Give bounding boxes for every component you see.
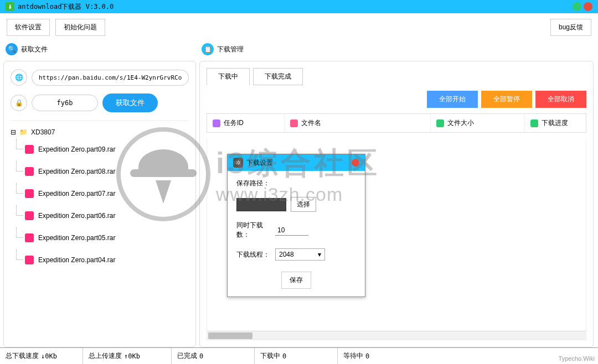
url-input[interactable]	[32, 70, 189, 86]
scrollbar-thumb[interactable]	[208, 332, 252, 339]
main-toolbar: 软件设置 初始化问题 bug反馈	[0, 13, 598, 41]
fetch-button[interactable]: 获取文件	[102, 93, 158, 112]
col-filesize: 文件大小	[447, 118, 474, 128]
task-id-icon	[213, 119, 220, 127]
start-all-button[interactable]: 全部开始	[427, 91, 478, 108]
search-icon: 🔍	[6, 43, 18, 55]
status-bar: 总下载速度 ↓0Kb 总上传速度 ↑0Kb 已完成 0 下载中 0 等待中 0	[0, 347, 598, 364]
file-tree: ⊟ 📁 XD3807 Expedition Zero.part09.rar Ex…	[11, 120, 189, 339]
settings-button[interactable]: 软件设置	[7, 19, 50, 36]
file-name: Expedition Zero.part05.rar	[38, 234, 115, 242]
status-down-value: ↓0Kb	[41, 352, 57, 360]
tree-item[interactable]: Expedition Zero.part06.rar	[25, 205, 189, 227]
threads-dropdown[interactable]: 2048 ▾	[275, 248, 325, 261]
minimize-icon[interactable]	[573, 2, 581, 11]
pause-all-button[interactable]: 全部暂停	[481, 91, 532, 108]
table-header: 任务ID 文件名 文件大小 下载进度	[207, 113, 586, 133]
file-icon	[25, 256, 34, 264]
init-button[interactable]: 初始化问题	[55, 19, 105, 36]
globe-icon: 🌐	[11, 69, 27, 86]
window-title: antdownload下载器 V:3.0.0	[18, 2, 114, 12]
status-up-label: 总上传速度	[89, 351, 122, 361]
status-up-value: ↑0Kb	[124, 352, 140, 360]
watermark-corner: Typecho.Wiki	[559, 355, 595, 362]
dialog-save-button[interactable]: 保存	[281, 272, 311, 289]
tree-item[interactable]: Expedition Zero.part04.rar	[25, 249, 189, 271]
gear-icon: ✲	[233, 158, 243, 168]
lock-icon: 🔒	[11, 95, 27, 111]
threads-label: 下载线程：	[236, 250, 271, 259]
status-done-value: 0	[199, 352, 203, 360]
app-icon: ⬇	[6, 2, 14, 11]
status-done-label: 已完成	[177, 351, 197, 361]
progress-icon	[530, 119, 538, 127]
code-input[interactable]	[32, 95, 98, 111]
tab-downloading[interactable]: 下载中	[207, 68, 250, 85]
tab-completed[interactable]: 下载完成	[253, 68, 303, 85]
file-name: Expedition Zero.part09.rar	[38, 145, 115, 153]
status-wait-value: 0	[365, 352, 369, 360]
close-icon[interactable]	[584, 2, 592, 11]
dialog-close-icon[interactable]	[352, 159, 359, 167]
download-settings-dialog: ✲ 下载设置 保存路径： 选择 同时下载数： 下载线程： 2048 ▾ 保存	[227, 154, 365, 297]
tree-item[interactable]: Expedition Zero.part08.rar	[25, 160, 189, 183]
file-name: Expedition Zero.part08.rar	[38, 168, 115, 175]
file-icon	[25, 189, 34, 198]
save-path-label: 保存路径：	[236, 179, 271, 188]
dialog-title: 下载设置	[246, 158, 273, 168]
download-panel-title: 下载管理	[217, 45, 244, 54]
bug-feedback-button[interactable]: bug反馈	[550, 19, 591, 36]
filename-icon	[290, 119, 298, 127]
cancel-all-button[interactable]: 全部取消	[535, 91, 586, 108]
tree-folder[interactable]: ⊟ 📁 XD3807	[11, 126, 189, 138]
chevron-down-icon: ▾	[318, 251, 321, 258]
concurrent-label: 同时下载数：	[236, 221, 271, 240]
file-icon	[25, 211, 34, 220]
select-path-button[interactable]: 选择	[291, 197, 316, 212]
status-ing-value: 0	[282, 352, 286, 360]
tree-item[interactable]: Expedition Zero.part07.rar	[25, 183, 189, 205]
status-wait-label: 等待中	[343, 351, 363, 361]
window-titlebar: ⬇ antdownload下载器 V:3.0.0	[0, 0, 598, 13]
file-icon	[25, 167, 34, 176]
folder-label: XD3807	[31, 128, 55, 136]
status-down-label: 总下载速度	[6, 351, 39, 361]
folder-icon: 📁	[19, 128, 28, 136]
save-path-field[interactable]	[236, 198, 286, 211]
fetch-panel-title: 获取文件	[21, 45, 48, 54]
concurrent-input[interactable]	[275, 225, 308, 236]
col-task-id: 任务ID	[224, 118, 244, 128]
file-name: Expedition Zero.part06.rar	[38, 212, 115, 220]
filesize-icon	[436, 119, 444, 127]
collapse-icon[interactable]: ⊟	[11, 128, 16, 136]
file-name: Expedition Zero.part04.rar	[38, 256, 115, 264]
tree-item[interactable]: Expedition Zero.part09.rar	[25, 138, 189, 160]
threads-value: 2048	[279, 251, 294, 258]
tree-item[interactable]: Expedition Zero.part05.rar	[25, 227, 189, 249]
horizontal-scrollbar[interactable]	[207, 331, 586, 340]
fetch-panel: 🔍 获取文件 🌐 🔒 获取文件 ⊟ 📁 XD3807 Expeditio	[0, 41, 199, 347]
clipboard-icon: 📋	[202, 43, 214, 55]
status-ing-label: 下载中	[260, 351, 280, 361]
col-filename: 文件名	[301, 118, 321, 128]
col-progress: 下载进度	[542, 118, 568, 128]
file-icon	[25, 145, 34, 154]
file-name: Expedition Zero.part07.rar	[38, 190, 115, 197]
file-icon	[25, 233, 34, 242]
